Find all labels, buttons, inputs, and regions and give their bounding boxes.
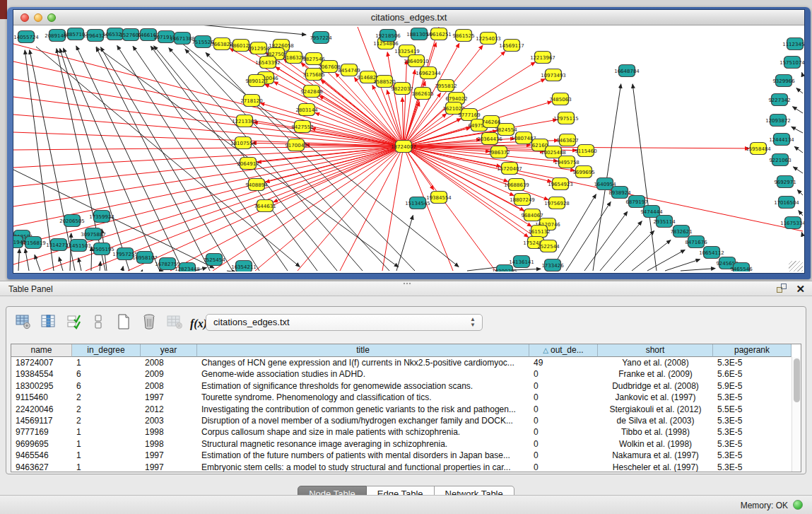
- table-cell[interactable]: 5.3E-5: [713, 392, 792, 403]
- table-row[interactable]: 1938455462009Genome-wide association stu…: [11, 368, 792, 380]
- table-cell[interactable]: 1998: [141, 426, 197, 438]
- table-row[interactable]: 946362711997Embryonic stem cells: a mode…: [11, 462, 792, 472]
- column-header-out-de-[interactable]: △out_de...: [529, 344, 598, 357]
- table-cell[interactable]: 1: [72, 438, 141, 450]
- table-cell[interactable]: 9465546: [11, 450, 72, 461]
- network-window[interactable]: citations_edges.txt 18724007766382298601…: [7, 7, 811, 279]
- window-resize-grip[interactable]: [789, 261, 803, 271]
- citation-graph[interactable]: 1872400776638229860128891295418226058982…: [13, 25, 804, 271]
- table-cell[interactable]: 22420046: [11, 404, 72, 415]
- table-cell[interactable]: Nakamura et al. (1997): [598, 450, 713, 461]
- column-header-name[interactable]: name: [11, 344, 72, 357]
- table-cell[interactable]: 0: [529, 404, 598, 415]
- table-cell[interactable]: 2: [72, 415, 141, 426]
- table-cell[interactable]: 2: [72, 392, 141, 403]
- table-cell[interactable]: 5.3E-5: [713, 462, 792, 472]
- select-all-icon[interactable]: [64, 313, 84, 332]
- table-cell[interactable]: Genome-wide association studies in ADHD.: [197, 368, 529, 380]
- show-columns-icon[interactable]: [39, 313, 59, 332]
- table-cell[interactable]: 6: [72, 380, 141, 392]
- close-panel-icon[interactable]: ✕: [796, 284, 805, 294]
- table-cell[interactable]: de Silva et al. (2003): [598, 415, 713, 426]
- table-cell[interactable]: 19384554: [11, 368, 72, 380]
- column-header-year[interactable]: year: [141, 344, 197, 357]
- table-cell[interactable]: 0: [529, 392, 598, 403]
- delete-table-icon[interactable]: [165, 313, 184, 332]
- network-window-titlebar[interactable]: citations_edges.txt: [13, 10, 804, 25]
- table-cell[interactable]: 1997: [141, 392, 197, 403]
- table-cell[interactable]: Estimation of significance thresholds fo…: [197, 380, 529, 392]
- new-column-icon[interactable]: [114, 313, 134, 332]
- table-cell[interactable]: 1: [72, 426, 141, 438]
- table-cell[interactable]: 0: [529, 438, 598, 450]
- table-cell[interactable]: 9463627: [11, 462, 72, 472]
- table-cell[interactable]: 5.3E-5: [713, 426, 792, 438]
- table-cell[interactable]: 2008: [141, 380, 197, 392]
- table-row[interactable]: 946554611997Estimation of the future num…: [11, 450, 792, 461]
- table-cell[interactable]: Hescheler et al. (1997): [598, 462, 713, 472]
- table-cell[interactable]: Investigating the contribution of common…: [197, 404, 529, 415]
- table-cell[interactable]: 18300295: [11, 380, 72, 392]
- column-header-title[interactable]: title: [197, 344, 529, 357]
- memory-status-indicator[interactable]: [793, 500, 803, 510]
- table-cell[interactable]: 5.3E-5: [713, 450, 792, 461]
- table-cell[interactable]: 2008: [141, 357, 197, 368]
- table-cell[interactable]: 6: [72, 368, 141, 380]
- table-cell[interactable]: Franke et al. (2009): [598, 368, 713, 380]
- table-cell[interactable]: 2012: [141, 404, 197, 415]
- column-header-in-degree[interactable]: in_degree: [72, 344, 141, 357]
- clear-selection-icon[interactable]: [88, 313, 108, 332]
- table-cell[interactable]: Dudbridge et al. (2008): [598, 380, 713, 392]
- table-cell[interactable]: Stergiakouli et al. (2012): [598, 404, 713, 415]
- float-panel-icon[interactable]: [777, 284, 787, 294]
- table-cell[interactable]: Embryonic stem cells: a model to study s…: [197, 462, 529, 472]
- table-mode-icon[interactable]: [13, 313, 33, 332]
- table-row[interactable]: 2242004622012Investigating the contribut…: [11, 404, 792, 415]
- table-cell[interactable]: 1: [72, 462, 141, 472]
- table-cell[interactable]: Changes of HCN gene expression and I(f) …: [197, 357, 529, 368]
- table-cell[interactable]: 0: [529, 368, 598, 380]
- table-cell[interactable]: 1: [72, 357, 141, 368]
- table-cell[interactable]: 1: [72, 450, 141, 461]
- table-cell[interactable]: 14569117: [11, 415, 72, 426]
- table-row[interactable]: 1872400712008Changes of HCN gene express…: [11, 357, 792, 368]
- table-cell[interactable]: 1997: [141, 462, 197, 472]
- table-cell[interactable]: Wolkin et al. (1998): [598, 438, 713, 450]
- table-cell[interactable]: 2: [72, 404, 141, 415]
- table-cell[interactable]: 0: [529, 380, 598, 392]
- table-cell[interactable]: Tourette syndrome. Phenomenology and cla…: [197, 392, 529, 403]
- table-cell[interactable]: 2003: [141, 415, 197, 426]
- panel-splitter-handle[interactable]: [403, 282, 411, 286]
- table-cell[interactable]: Disruption of a novel member of a sodium…: [197, 415, 529, 426]
- table-cell[interactable]: 0: [529, 450, 598, 461]
- table-cell[interactable]: Corpus callosum shape and size in male p…: [197, 426, 529, 438]
- table-row[interactable]: 1830029562008Estimation of significance …: [11, 380, 792, 392]
- delete-column-icon[interactable]: [139, 313, 159, 332]
- table-cell[interactable]: 1997: [141, 450, 197, 461]
- table-cell[interactable]: Yano et al. (2008): [598, 357, 713, 368]
- table-cell[interactable]: 0: [529, 426, 598, 438]
- table-row[interactable]: 969969511998Structural magnetic resonanc…: [11, 438, 792, 450]
- column-header-pagerank[interactable]: pagerank: [713, 344, 792, 357]
- table-scrollbar-thumb[interactable]: [794, 358, 800, 402]
- table-row[interactable]: 1456911722003Disruption of a novel membe…: [11, 415, 792, 426]
- table-cell[interactable]: Jankovic et al. (1997): [598, 392, 713, 403]
- table-cell[interactable]: 5.3E-5: [713, 357, 792, 368]
- table-cell[interactable]: 5.9E-5: [713, 380, 792, 392]
- table-row[interactable]: 977716911998Corpus callosum shape and si…: [11, 426, 792, 438]
- table-cell[interactable]: 9115460: [11, 392, 72, 403]
- table-cell[interactable]: 5.3E-5: [713, 438, 792, 450]
- table-row[interactable]: 911546021997Tourette syndrome. Phenomeno…: [11, 392, 792, 403]
- network-canvas[interactable]: 1872400776638229860128891295418226058982…: [13, 25, 804, 273]
- column-header-short[interactable]: short: [598, 344, 713, 357]
- table-cell[interactable]: 9699695: [11, 438, 72, 450]
- table-source-dropdown[interactable]: citations_edges.txt ▲▼: [206, 314, 483, 331]
- table-scrollbar[interactable]: [792, 357, 801, 472]
- table-cell[interactable]: 2009: [141, 368, 197, 380]
- table-cell[interactable]: 49: [529, 357, 598, 368]
- table-cell[interactable]: Estimation of the future numbers of pati…: [197, 450, 529, 461]
- table-cell[interactable]: 9777169: [11, 426, 72, 438]
- table-cell[interactable]: 5.5E-5: [713, 404, 792, 415]
- table-cell[interactable]: 5.6E-5: [713, 368, 792, 380]
- table-cell[interactable]: Structural magnetic resonance image aver…: [197, 438, 529, 450]
